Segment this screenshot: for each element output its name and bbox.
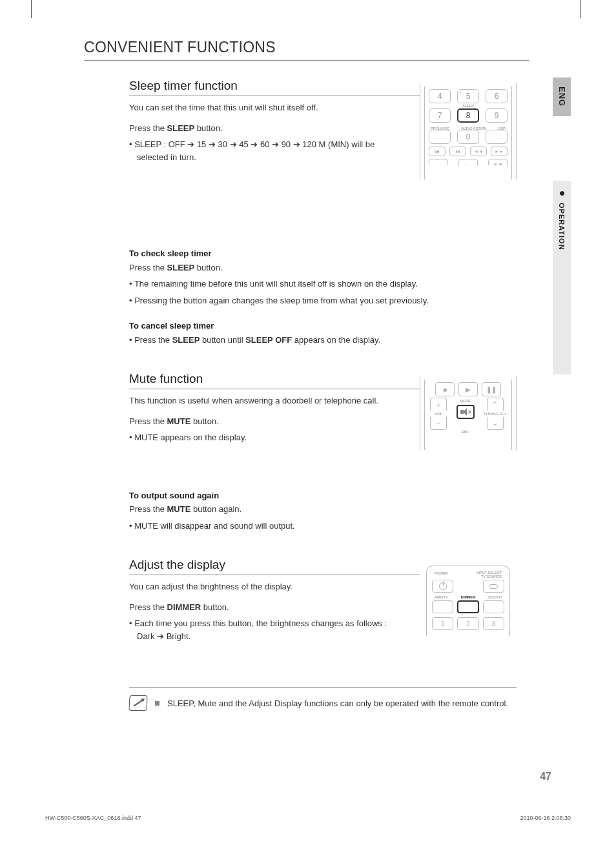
dimmer-section: Adjust the display You can adjust the br… <box>84 558 529 661</box>
skip-fwd-icon: ⏭ <box>449 147 466 156</box>
tune-up-icon: ⌃ <box>487 398 504 411</box>
source-icon <box>489 584 498 589</box>
play-icon: ▶ <box>458 382 478 396</box>
label: VOL <box>435 412 442 416</box>
label: AMP/TV <box>435 595 447 599</box>
again-b1: • MUTE will disappear and sound will out… <box>129 520 400 533</box>
page-title: CONVENIENT FUNCTIONS <box>84 39 529 61</box>
language-tab: ENG <box>553 77 571 116</box>
content-area: CONVENIENT FUNCTIONS Sleep timer functio… <box>84 39 529 711</box>
sleep-bold: SLEEP <box>167 123 195 133</box>
footer: HW-C500-C560S-XAC_0616.indd 47 2010-06-1… <box>45 815 571 821</box>
sleep-press: Press the SLEEP button. <box>129 122 400 135</box>
remote-btn-4: 4 <box>429 89 451 103</box>
note-row: SLEEP, Mute and the Adjust Display funct… <box>129 687 517 711</box>
label: INPUT SELECT TV SOURCE <box>476 571 502 578</box>
label: SLEEP <box>458 104 478 108</box>
footer-timestamp: 2010-06-16 2:08:30 <box>520 815 571 821</box>
again-head: To output sound again <box>129 489 400 502</box>
remote-btn-7: 7 <box>429 108 451 123</box>
remote-btn-8-sleep: SLEEP8 <box>457 108 479 123</box>
text: button. <box>194 263 222 272</box>
text: Press the <box>129 602 167 612</box>
pause-icon: ❚❚ <box>482 382 501 396</box>
page-container: ENG ● OPERATION CONVENIENT FUNCTIONS Sle… <box>0 0 616 847</box>
remote-btn-1: 1 <box>432 617 453 630</box>
mute-b1: • MUTE appears on the display. <box>129 431 400 444</box>
tune-down-icon: ⌄ <box>487 417 504 430</box>
mute-body: This function is useful when answering a… <box>129 394 400 532</box>
text: button. <box>201 602 229 612</box>
bold: MUTE <box>167 504 191 514</box>
text: button again. <box>190 504 241 514</box>
mute-press: Press the MUTE button. <box>129 415 400 428</box>
bd-dvd-button <box>483 600 504 613</box>
vol-up-icon: + <box>430 398 447 411</box>
cancel-head: To cancel sleep timer <box>129 320 400 332</box>
note-bullet-icon <box>155 701 159 706</box>
check-press: Press the SLEEP button. <box>129 261 400 274</box>
cancel-line: • Press the SLEEP button until SLEEP OFF… <box>129 334 433 347</box>
remote-btn-blank <box>486 130 508 144</box>
page-number: 47 <box>540 771 551 782</box>
remote-btn-0: 0 <box>457 130 479 144</box>
text: button. <box>190 416 218 426</box>
check-head: To check sleep timer <box>129 247 400 260</box>
remote-btn-6: 6 <box>486 89 508 103</box>
label: DIMMER <box>461 595 475 599</box>
bold: SLEEP OFF <box>245 335 292 345</box>
text: Press the <box>129 504 167 514</box>
dimmer-body: You can adjust the brightness of the dis… <box>129 580 400 642</box>
note-pencil-icon <box>128 695 147 711</box>
bold: MUTE <box>167 416 191 426</box>
tab-label: OPERATION <box>558 203 566 250</box>
sleep-desc: You can set the time that this unit will… <box>129 101 400 114</box>
power-button <box>432 580 453 593</box>
stop-icon: ■ <box>429 159 448 165</box>
power-icon <box>439 582 447 590</box>
dimmer-desc: You can adjust the brightness of the dis… <box>129 580 400 593</box>
remote-btn-3: 3 <box>483 617 504 630</box>
stop-icon: ■ <box>435 382 455 396</box>
remote-btn-2: 2 <box>457 617 478 630</box>
bold: DIMMER <box>167 602 201 612</box>
text: Press the <box>129 416 167 426</box>
remote-dimmer-illus: POWER INPUT SELECT TV SOURCE AMP/TV DIMM… <box>420 562 517 636</box>
text: button until <box>200 335 245 345</box>
vol-down-icon: − <box>430 417 447 430</box>
check-b2: • Pressing the button again changes the … <box>129 294 433 307</box>
label: BD/DVD <box>488 595 502 599</box>
footer-file: HW-C500-C560S-XAC_0616.indd 47 <box>45 815 141 821</box>
label: POWER <box>435 571 448 578</box>
input-select-button <box>483 580 504 593</box>
remote-btn-5: •5 <box>457 89 479 103</box>
amp-tv-button <box>432 600 453 613</box>
again-press: Press the MUTE button again. <box>129 503 400 516</box>
mute-section: Mute function This function is useful wh… <box>84 372 529 532</box>
text: • Press the <box>129 335 172 345</box>
bold: SLEEP <box>172 335 200 345</box>
label: ABC <box>461 430 469 434</box>
text: button. <box>194 123 222 133</box>
remote-btn-9: 9 <box>486 108 508 123</box>
text: Press the <box>129 263 167 272</box>
text: appears on the display. <box>292 335 380 345</box>
sleep-body: You can set the time that this unit will… <box>129 101 400 346</box>
dimmer-press: Press the DIMMER button. <box>129 601 400 614</box>
check-b1: • The remaining time before this unit wi… <box>129 278 433 291</box>
tab-bullet: ● <box>556 187 568 199</box>
note-text: SLEEP, Mute and the Adjust Display funct… <box>167 699 508 708</box>
section-tab: ● OPERATION <box>553 181 571 374</box>
mute-button-hl: ✕ <box>457 405 475 419</box>
speaker-mute-icon: ✕ <box>460 408 471 416</box>
dimmer-button-hl <box>457 600 478 613</box>
play-icon: ▶ <box>458 159 478 165</box>
text: Press the <box>129 123 167 133</box>
pause-icon: ❚❚ <box>488 159 508 165</box>
bold: SLEEP <box>167 263 195 272</box>
label: MUTE <box>460 399 471 403</box>
skip-back-icon: ⏮ <box>429 147 446 156</box>
sleep-bullet1: • SLEEP : OFF ➔ 15 ➔ 30 ➔ 45 ➔ 60 ➔ 90 ➔… <box>129 138 400 163</box>
rewind-icon: ◄◄ <box>470 147 487 156</box>
dimmer-b1: • Each time you press this button, the b… <box>129 617 400 642</box>
